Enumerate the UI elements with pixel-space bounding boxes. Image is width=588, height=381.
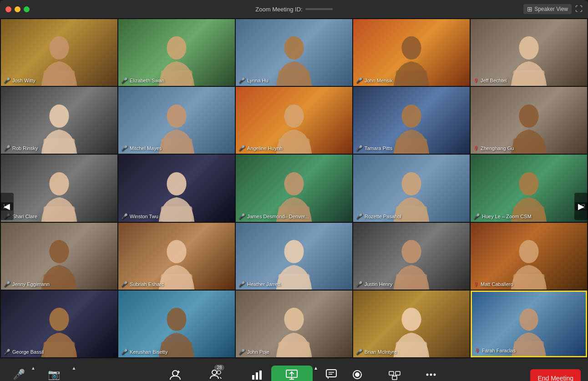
video-cell-winston-twu: 🎤 Winston Twu <box>118 155 235 221</box>
participant-name-text: John Poje <box>247 349 269 355</box>
svg-point-12 <box>167 104 186 127</box>
svg-point-53 <box>212 370 217 375</box>
participant-name: 🎤 Justin Henry <box>356 281 392 287</box>
participant-name-text: John Mensik <box>365 78 393 83</box>
svg-point-44 <box>284 308 304 331</box>
share-screen-group: Share Screen ▲ <box>271 366 318 381</box>
prev-page-button[interactable]: ◀ <box>0 193 14 220</box>
video-grid: 🎤 Josh Witty 🎤 Elizabeth Swan <box>0 18 588 358</box>
more-button[interactable]: More <box>420 366 442 381</box>
svg-point-69 <box>426 374 429 376</box>
video-cell-john-mensik: 🎤 John Mensik <box>353 19 470 86</box>
participant-name-text: Winston Twu <box>130 214 158 219</box>
share-screen-button[interactable]: Share Screen <box>271 366 313 381</box>
mic-status-icon: 🎤 <box>356 145 363 151</box>
toolbar-center: Invite 28 Manage Participants <box>76 366 530 381</box>
participant-name: 🎤 James Desmond– Denver... <box>238 213 309 220</box>
next-page-button[interactable]: ▶ <box>574 193 588 220</box>
participant-name-text: Huey Le – Zoom CSM <box>482 214 532 219</box>
minimize-button[interactable] <box>15 6 20 12</box>
svg-point-24 <box>284 172 304 196</box>
participant-name-text: Jeff Bechtel <box>481 78 507 83</box>
video-cell-shari-clare: 🎤 Shari Clare <box>1 155 117 221</box>
mic-status-icon: 🎤 <box>473 213 480 220</box>
manage-participants-button[interactable]: 28 Manage Participants <box>188 366 243 381</box>
svg-rect-21 <box>44 206 75 221</box>
participant-name: 🎤 Kerushan Bisetty <box>121 349 167 355</box>
video-cell-john-poje: 🎤 John Poje <box>236 291 352 357</box>
window-controls <box>5 6 30 12</box>
svg-point-10 <box>49 104 69 127</box>
video-cell-jenny-eggimann: 🎤 Jenny Eggimann <box>1 223 117 290</box>
svg-rect-37 <box>396 274 427 289</box>
mic-status-icon: 🎤 <box>238 349 245 355</box>
stop-video-button[interactable]: 📷 Stop Video <box>37 366 71 381</box>
svg-rect-1 <box>44 70 75 86</box>
end-meeting-button[interactable]: End Meeting <box>530 369 581 381</box>
invite-button[interactable]: Invite <box>164 366 187 381</box>
participant-name-text: James Desmond– Denver... <box>247 214 309 219</box>
svg-rect-56 <box>256 372 258 380</box>
video-icon: 📷 <box>48 368 61 381</box>
video-cell-lynna-hu: 🎤 Lynna Hu <box>236 19 352 86</box>
video-cell-george-bassil: 🎤 George Bassil <box>1 291 117 357</box>
participant-name: 🎙 Matt Caballero <box>473 281 513 287</box>
mic-status-icon: 🎤 <box>121 77 128 84</box>
participant-name-text: Elizabeth Swan <box>130 78 164 83</box>
breakout-rooms-button[interactable]: Breakout Rooms <box>371 366 418 381</box>
video-cell-kerushan-bisetty: 🎤 Kerushan Bisetty <box>118 291 235 357</box>
mic-status-icon: 🎤 <box>238 77 245 84</box>
participant-name-text: Farah Faraclas <box>482 348 516 353</box>
participant-name: 🎙 Farah Faraclas <box>475 347 516 354</box>
svg-point-38 <box>519 240 538 263</box>
participant-name-text: Brian McIntyre <box>365 349 397 355</box>
participant-name: 🎤 Tamara Pitts <box>356 145 392 151</box>
mute-chevron[interactable]: ▲ <box>31 366 35 371</box>
svg-rect-9 <box>513 70 545 86</box>
participant-name-text: Heather Jarrett <box>247 281 280 287</box>
svg-point-6 <box>401 36 421 60</box>
svg-point-46 <box>401 308 421 331</box>
polling-button[interactable]: Polling <box>245 366 269 381</box>
end-meeting-label: End Meeting <box>537 375 573 381</box>
share-chevron[interactable]: ▲ <box>314 366 318 371</box>
svg-rect-11 <box>44 138 75 154</box>
video-cell-tamara-pitts: 🎤 Tamara Pitts <box>353 87 470 154</box>
participant-name: 🎤 Mitchel Mayes <box>121 145 162 151</box>
mic-status-icon: 🎤 <box>356 213 363 220</box>
participant-name-text: Matt Caballero <box>481 281 513 287</box>
participant-name-text: Rob Rinsky <box>12 145 38 151</box>
maximize-button[interactable] <box>24 6 30 12</box>
svg-point-36 <box>401 240 421 263</box>
svg-rect-13 <box>161 138 193 154</box>
mic-status-icon: 🎙 <box>475 347 480 354</box>
chat-button[interactable]: Chat <box>320 366 343 381</box>
participant-name-text: Tamara Pitts <box>365 145 392 151</box>
svg-point-20 <box>49 172 69 196</box>
close-button[interactable] <box>5 6 11 12</box>
video-group: 📷 Stop Video ▲ <box>37 366 76 381</box>
nav-right-area: ▶ 1/2 <box>575 36 588 376</box>
participant-name-text: Rozette Pasahol <box>365 214 401 219</box>
speaker-view-button[interactable]: ⊞ Speaker View <box>523 4 572 14</box>
video-cell-matt-caballero: 🎙 Matt Caballero <box>471 223 587 290</box>
participant-name: 🎤 Rozette Pasahol <box>356 213 401 220</box>
nav-left-area: ◀ 1/2 <box>0 36 13 376</box>
svg-point-14 <box>284 104 304 127</box>
chat-icon <box>325 368 338 381</box>
mic-status-icon: 🎤 <box>356 349 363 355</box>
invite-icon <box>169 368 182 381</box>
video-chevron[interactable]: ▲ <box>72 366 76 371</box>
fullscreen-icon[interactable]: ⛶ <box>575 5 583 13</box>
share-screen-icon <box>285 368 298 381</box>
svg-point-18 <box>519 104 538 127</box>
video-cell-elizabeth-swan: 🎤 Elizabeth Swan <box>118 19 235 86</box>
participant-name-text: Mitchel Mayes <box>130 145 162 151</box>
mic-status-icon: 🎤 <box>356 77 363 84</box>
svg-rect-45 <box>279 342 310 357</box>
participant-name: 🎤 Lynna Hu <box>238 77 269 84</box>
video-cell-james-desmond–-denver...: 🎤 James Desmond– Denver... <box>236 155 352 221</box>
participant-name: 🎤 Subriah Esharc <box>121 281 164 287</box>
record-icon <box>351 368 364 381</box>
record-button[interactable]: Record <box>345 366 370 381</box>
